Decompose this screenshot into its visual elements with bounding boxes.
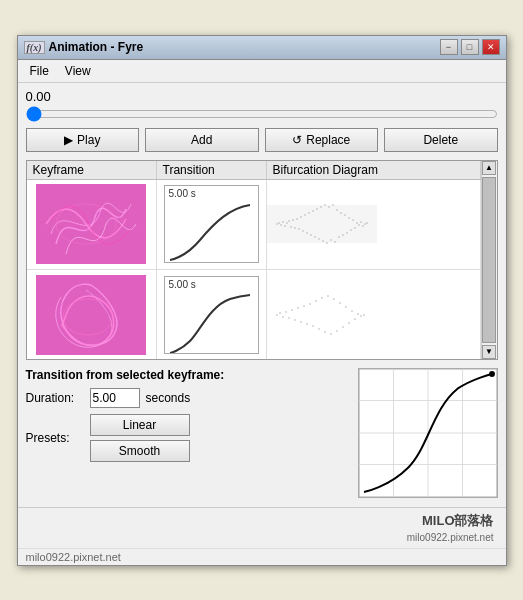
content-area: 0.00 ▶ Play Add ↺ Replace Delete xyxy=(18,83,506,507)
presets-label: Presets: xyxy=(26,431,84,445)
menu-view[interactable]: View xyxy=(57,62,99,80)
watermark-url: milo0922.pixnet.net xyxy=(407,532,494,543)
svg-point-71 xyxy=(330,333,332,335)
minimize-button[interactable]: − xyxy=(440,39,458,55)
svg-point-78 xyxy=(351,310,353,312)
svg-point-14 xyxy=(296,218,298,220)
keyframe-table: Keyframe Transition Bifurcation Diagram xyxy=(26,160,498,360)
svg-point-43 xyxy=(354,227,356,229)
svg-point-54 xyxy=(279,312,281,314)
bottom-section: Transition from selected keyframe: Durat… xyxy=(26,360,498,501)
replace-label: Replace xyxy=(306,133,350,147)
svg-rect-50 xyxy=(36,275,146,355)
svg-point-5 xyxy=(278,222,280,224)
table-row[interactable]: 5.00 s xyxy=(27,180,481,270)
svg-point-24 xyxy=(316,208,318,210)
bifurcation-diagram-2 xyxy=(267,276,480,354)
transition-cell-1: 5.00 s xyxy=(157,180,267,269)
svg-point-10 xyxy=(288,220,290,222)
svg-point-62 xyxy=(303,305,305,307)
transition-curve-2: 5.00 s xyxy=(164,276,259,354)
header-bifurcation: Bifurcation Diagram xyxy=(267,161,481,179)
svg-point-29 xyxy=(326,242,328,244)
header-keyframe: Keyframe xyxy=(27,161,157,179)
table-scroll-area: Keyframe Transition Bifurcation Diagram xyxy=(27,161,481,359)
add-button[interactable]: Add xyxy=(145,128,259,152)
delete-button[interactable]: Delete xyxy=(384,128,498,152)
svg-point-57 xyxy=(288,317,290,319)
duration-input[interactable] xyxy=(90,388,140,408)
svg-point-38 xyxy=(344,214,346,216)
timeline-slider[interactable] xyxy=(26,106,498,122)
svg-point-67 xyxy=(318,328,320,330)
window-controls: − □ ✕ xyxy=(440,39,500,55)
svg-point-55 xyxy=(282,316,284,318)
svg-point-56 xyxy=(285,311,287,313)
scroll-up-button[interactable]: ▲ xyxy=(482,161,496,175)
svg-point-81 xyxy=(360,315,362,317)
svg-point-7 xyxy=(282,221,284,223)
add-label: Add xyxy=(191,133,212,147)
svg-point-64 xyxy=(309,303,311,305)
smooth-button[interactable]: Smooth xyxy=(90,440,190,462)
scrollbar: ▲ ▼ xyxy=(481,161,497,359)
svg-point-27 xyxy=(322,240,324,242)
svg-point-11 xyxy=(290,226,292,228)
toolbar-buttons: ▶ Play Add ↺ Replace Delete xyxy=(26,128,498,152)
svg-point-26 xyxy=(320,206,322,208)
svg-point-23 xyxy=(314,236,316,238)
svg-point-73 xyxy=(336,330,338,332)
svg-point-12 xyxy=(292,219,294,221)
maximize-button[interactable]: □ xyxy=(461,39,479,55)
svg-point-36 xyxy=(340,212,342,214)
svg-point-9 xyxy=(286,222,288,224)
timeline-slider-row xyxy=(26,106,498,122)
presets-column: Linear Smooth xyxy=(90,414,190,462)
svg-point-77 xyxy=(348,322,350,324)
watermark-bar: MILO部落格 milo0922.pixnet.net xyxy=(18,507,506,548)
replace-button[interactable]: ↺ Replace xyxy=(265,128,379,152)
curve-preview-container xyxy=(358,368,498,501)
transition-cell-2: 5.00 s xyxy=(157,270,267,359)
close-button[interactable]: ✕ xyxy=(482,39,500,55)
svg-point-19 xyxy=(306,232,308,234)
app-icon: f(x) xyxy=(24,41,45,54)
bifurcation-cell-2 xyxy=(267,270,481,359)
duration-row: Duration: seconds xyxy=(26,388,350,408)
svg-point-17 xyxy=(302,230,304,232)
play-label: Play xyxy=(77,133,100,147)
window-title: Animation - Fyre xyxy=(49,40,144,54)
table-row[interactable]: 5.00 s xyxy=(27,270,481,359)
svg-point-8 xyxy=(284,225,286,227)
scroll-down-button[interactable]: ▼ xyxy=(482,345,496,359)
svg-point-4 xyxy=(276,223,278,225)
transition-time-2: 5.00 s xyxy=(169,279,196,290)
svg-point-39 xyxy=(346,232,348,234)
svg-point-46 xyxy=(360,221,362,223)
svg-point-18 xyxy=(304,214,306,216)
svg-point-44 xyxy=(356,222,358,224)
menubar: File View xyxy=(18,60,506,83)
play-button[interactable]: ▶ Play xyxy=(26,128,140,152)
footer-url: milo0922.pixnet.net xyxy=(18,548,506,565)
play-icon: ▶ xyxy=(64,133,73,147)
svg-point-68 xyxy=(321,297,323,299)
svg-point-31 xyxy=(330,239,332,241)
svg-point-21 xyxy=(310,234,312,236)
svg-point-69 xyxy=(324,331,326,333)
svg-point-33 xyxy=(334,241,336,243)
menu-file[interactable]: File xyxy=(22,62,57,80)
settings-panel: Transition from selected keyframe: Durat… xyxy=(26,368,350,501)
svg-point-35 xyxy=(338,236,340,238)
table-header: Keyframe Transition Bifurcation Diagram xyxy=(27,161,481,180)
scrollbar-thumb[interactable] xyxy=(482,177,496,343)
keyframe-thumbnail-2 xyxy=(36,275,146,355)
svg-point-16 xyxy=(300,216,302,218)
svg-point-22 xyxy=(312,210,314,212)
linear-button[interactable]: Linear xyxy=(90,414,190,436)
svg-point-47 xyxy=(362,225,364,227)
bifurcation-diagram-1 xyxy=(267,185,480,263)
svg-point-32 xyxy=(332,204,334,206)
settings-title: Transition from selected keyframe: xyxy=(26,368,350,382)
svg-point-42 xyxy=(352,219,354,221)
